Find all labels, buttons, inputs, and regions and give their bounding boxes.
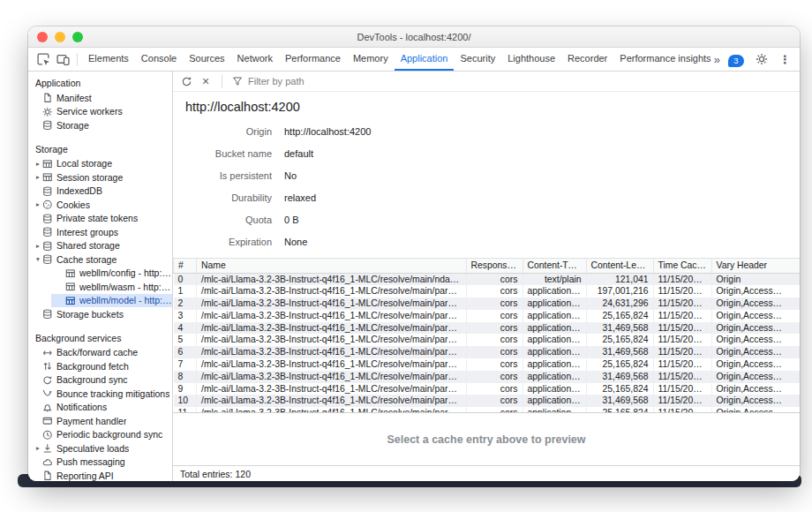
column-header[interactable]: Name (197, 259, 467, 273)
refresh-icon[interactable] (178, 73, 194, 89)
database-icon (42, 253, 56, 265)
cache-origin-title: http://localhost:4200 (173, 92, 800, 118)
table-icon (42, 171, 56, 183)
sidebar-item-label: Notifications (56, 402, 107, 412)
sidebar-item[interactable]: Back/forward cache (28, 346, 172, 360)
sidebar-item[interactable]: ▸ Speculative loads (28, 441, 172, 456)
cell-name: /mlc-ai/Llama-3.2-3B-Instruct-q4f16_1-ML… (197, 371, 467, 383)
cache-entry-row[interactable]: 1 /mlc-ai/Llama-3.2-3B-Instruct-q4f16_1-… (174, 285, 801, 297)
cell-name: /mlc-ai/Llama-3.2-3B-Instruct-q4f16_1-ML… (197, 358, 467, 371)
sidebar-item[interactable]: webllm/wasm - http://loca… (51, 280, 172, 294)
issues-counter[interactable]: 3 (728, 51, 744, 67)
cell-content-length: 31,469,568 (586, 395, 653, 407)
tabbar-controls: » 3 ⋮ (714, 49, 794, 69)
panel-tab[interactable]: Recorder (561, 48, 613, 71)
column-header[interactable]: # (174, 259, 197, 273)
sidebar-item[interactable]: ▸ Session storage (28, 170, 172, 184)
sidebar-item[interactable]: ▾ Cache storage (28, 252, 172, 267)
sidebar-item[interactable]: webllm/model - http://loc… (51, 294, 172, 308)
sidebar-item[interactable]: webllm/config - http://loc… (51, 267, 172, 281)
window-titlebar[interactable]: DevTools - localhost:4200/ (28, 26, 800, 48)
sidebar-item[interactable]: Manifest (28, 91, 172, 105)
panel-tab[interactable]: Console (135, 48, 183, 71)
panel-tab[interactable]: Memory (347, 48, 395, 71)
sidebar-item[interactable]: Notifications (28, 401, 172, 415)
cell-content-type: application/oc… (523, 310, 586, 322)
cache-entry-row[interactable]: 11 /mlc-ai/Llama-3.2-3B-Instruct-q4f16_1… (174, 407, 801, 413)
cell-name: /mlc-ai/Llama-3.2-3B-Instruct-q4f16_1-ML… (197, 285, 467, 297)
bounce-icon (42, 388, 56, 399)
sidebar-item[interactable]: Bounce tracking mitigations (28, 387, 172, 401)
expand-arrow-icon: ▸ (34, 173, 42, 181)
column-header[interactable]: Content-Length (586, 259, 653, 273)
inspect-element-icon[interactable] (34, 49, 53, 69)
service-worker-icon (42, 106, 56, 117)
sidebar-item[interactable]: ▸ Shared storage (28, 239, 172, 253)
sidebar-item[interactable]: Background fetch (28, 359, 172, 373)
sidebar-item[interactable]: Interest groups (28, 225, 172, 239)
background-services-tree: Back/forward cache Background fetch Back… (28, 346, 172, 482)
panel-tab[interactable]: Performance (279, 48, 347, 71)
meta-label: Origin (173, 126, 272, 137)
sidebar-item[interactable]: Reporting API (28, 469, 172, 481)
cache-entry-row[interactable]: 5 /mlc-ai/Llama-3.2-3B-Instruct-q4f16_1-… (174, 334, 801, 346)
storage-tree: ▸ Local storage ▸ Session storage Indexe… (28, 157, 172, 321)
cache-entry-row[interactable]: 3 /mlc-ai/Llama-3.2-3B-Instruct-q4f16_1-… (174, 310, 801, 322)
sidebar-item[interactable]: Service workers (28, 105, 172, 119)
settings-gear-icon[interactable] (752, 49, 771, 69)
sidebar-item[interactable]: ▸ Local storage (28, 157, 172, 171)
cache-entry-row[interactable]: 8 /mlc-ai/Llama-3.2-3B-Instruct-q4f16_1-… (174, 371, 801, 383)
sidebar-item[interactable]: Storage buckets (28, 307, 172, 321)
cell-content-type: application/oc… (523, 322, 586, 335)
expand-arrow-icon: ▸ (34, 444, 42, 452)
panel-tab[interactable]: Performance insights (613, 48, 713, 71)
more-tabs-icon[interactable]: » (714, 53, 720, 66)
cache-entry-row[interactable]: 0 /mlc-ai/Llama-3.2-3B-Instruct-q4f16_1-… (174, 273, 801, 285)
sidebar-item[interactable]: Push messaging (28, 456, 172, 470)
cloud-icon (42, 456, 56, 468)
sidebar-item[interactable]: ▸ Cookies (28, 198, 172, 212)
cell-time-cached: 11/15/2024, 10… (653, 407, 711, 413)
cell-number: 11 (174, 407, 197, 413)
cell-time-cached: 11/15/2024, 10… (653, 334, 711, 346)
sidebar-item[interactable]: Background sync (28, 373, 172, 388)
filter-by-path-input[interactable] (246, 75, 440, 87)
more-options-icon[interactable]: ⋮ (779, 53, 791, 66)
panel-tab[interactable]: Sources (183, 48, 230, 71)
panel-tab[interactable]: Elements (82, 48, 135, 71)
cache-metadata: Origin http://localhost:4200 Bucket name… (173, 118, 800, 258)
device-toolbar-icon[interactable] (53, 49, 72, 69)
sidebar-item[interactable]: Periodic background sync (28, 428, 172, 442)
cache-entry-row[interactable]: 4 /mlc-ai/Llama-3.2-3B-Instruct-q4f16_1-… (174, 322, 801, 335)
cache-meta-row: Expiration None (173, 230, 800, 252)
cache-toolbar: × (173, 72, 800, 92)
close-button[interactable] (37, 32, 48, 42)
panel-tab[interactable]: Application (395, 48, 455, 71)
cell-name: /mlc-ai/Llama-3.2-3B-Instruct-q4f16_1-ML… (197, 346, 467, 358)
panel-tab[interactable]: Lighthouse (501, 48, 561, 71)
cache-entry-row[interactable]: 9 /mlc-ai/Llama-3.2-3B-Instruct-q4f16_1-… (174, 383, 801, 395)
column-header[interactable]: Response-Type (466, 259, 523, 273)
cell-response-type: cors (466, 358, 523, 371)
sidebar-item[interactable]: IndexedDB (28, 184, 172, 199)
panel-tab[interactable]: Security (454, 48, 501, 71)
cache-entry-row[interactable]: 10 /mlc-ai/Llama-3.2-3B-Instruct-q4f16_1… (174, 395, 801, 407)
column-header[interactable]: Content-Type (523, 259, 586, 273)
sidebar-item[interactable]: Storage (28, 118, 172, 132)
filter-icon (232, 76, 243, 87)
sidebar-item[interactable]: Private state tokens (28, 212, 172, 226)
column-header[interactable]: Time Cached (653, 259, 711, 273)
cache-entry-row[interactable]: 6 /mlc-ai/Llama-3.2-3B-Instruct-q4f16_1-… (174, 346, 801, 358)
cache-entry-row[interactable]: 2 /mlc-ai/Llama-3.2-3B-Instruct-q4f16_1-… (174, 297, 801, 310)
column-header[interactable]: Vary Header (711, 259, 800, 273)
cache-entry-row[interactable]: 7 /mlc-ai/Llama-3.2-3B-Instruct-q4f16_1-… (174, 358, 801, 371)
delete-selected-icon[interactable]: × (198, 73, 214, 89)
zoom-button[interactable] (72, 32, 83, 42)
cell-vary-header: Origin,Access… (711, 285, 800, 297)
minimize-button[interactable] (55, 32, 65, 42)
meta-value: 0 B (284, 215, 299, 225)
sidebar-item-label: Service workers (56, 106, 123, 117)
panel-tab[interactable]: Network (231, 48, 279, 71)
sidebar-item[interactable]: Payment handler (28, 414, 172, 428)
meta-value: default (284, 148, 313, 159)
